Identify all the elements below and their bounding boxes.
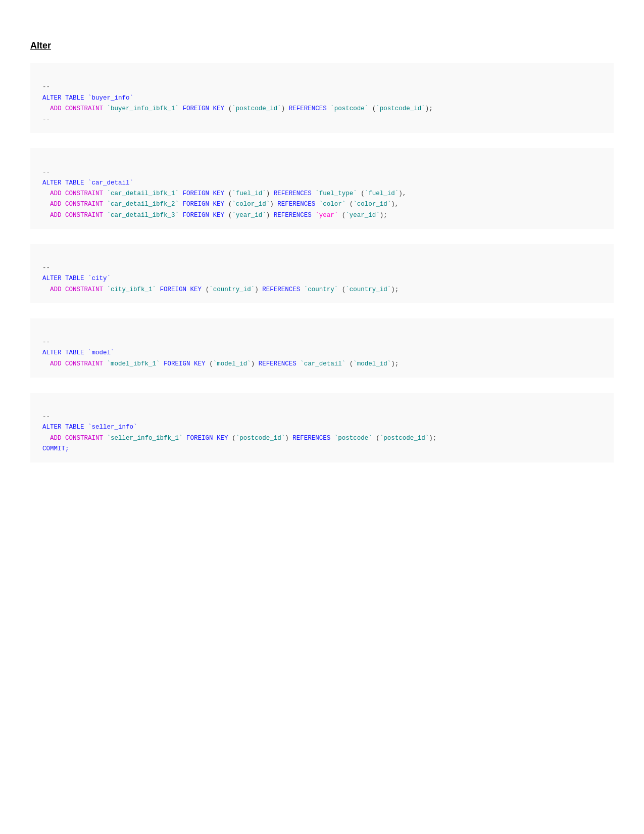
section-seller-info: -- ALTER TABLE `seller_info` ADD CONSTRA…: [30, 393, 614, 462]
commit-statement: COMMIT;: [42, 445, 69, 452]
comment-3: --: [42, 169, 50, 176]
code-container: -- ALTER TABLE `buyer_info` ADD CONSTRAI…: [30, 63, 614, 462]
section-city: -- ALTER TABLE `city` ADD CONSTRAINT `ci…: [30, 244, 614, 303]
comment-2: --: [42, 116, 50, 123]
section-car-detail: -- ALTER TABLE `car_detail` ADD CONSTRAI…: [30, 148, 614, 229]
comment-5: --: [42, 339, 50, 346]
add-constraint-buyer-info: ADD CONSTRAINT: [50, 105, 103, 112]
alter-city: ALTER TABLE `city`: [42, 275, 111, 282]
add-constraint-city: ADD CONSTRAINT: [50, 286, 103, 293]
alter-buyer-info: ALTER TABLE `buyer_info`: [42, 95, 133, 102]
add-constraint-car-detail-2: ADD CONSTRAINT: [50, 201, 103, 208]
add-constraint-car-detail-3: ADD CONSTRAINT: [50, 212, 103, 219]
page-title: Alter: [30, 40, 614, 51]
add-constraint-model: ADD CONSTRAINT: [50, 360, 103, 367]
comment-6: --: [42, 413, 50, 420]
add-constraint-seller-info: ADD CONSTRAINT: [50, 435, 103, 442]
alter-car-detail: ALTER TABLE `car_detail`: [42, 179, 133, 187]
add-constraint-car-detail-1: ADD CONSTRAINT: [50, 190, 103, 197]
section-buyer-info: -- ALTER TABLE `buyer_info` ADD CONSTRAI…: [30, 63, 614, 133]
alter-seller-info: ALTER TABLE `seller_info`: [42, 424, 137, 431]
comment-4: --: [42, 264, 50, 271]
comment-1: --: [42, 83, 50, 90]
section-model: -- ALTER TABLE `model` ADD CONSTRAINT `m…: [30, 318, 614, 378]
alter-model: ALTER TABLE `model`: [42, 349, 115, 356]
